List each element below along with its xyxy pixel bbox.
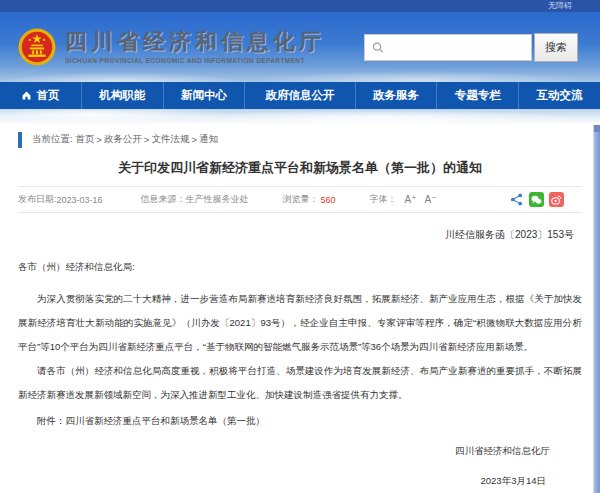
info-source-value: 生产性服务业处 — [186, 193, 249, 206]
search-button[interactable]: 搜索 — [534, 33, 578, 62]
weibo-icon — [551, 194, 562, 205]
nav-item-label: 互动交流 — [537, 88, 583, 103]
site-title-block: 四川省经济和信息化厅 SICHUAN PROVINCIAL ECONOMIC A… — [65, 30, 325, 64]
site-header: 四川省经济和信息化厅 SICHUAN PROVINCIAL ECONOMIC A… — [0, 12, 600, 82]
breadcrumb-item-gov[interactable]: 政务公开 — [104, 133, 142, 146]
info-source: 信息来源： 生产性服务业处 — [141, 193, 249, 206]
nav-item-news[interactable]: 新闻中心 — [163, 82, 245, 109]
breadcrumb-item-home[interactable]: 首页 — [75, 133, 94, 146]
publish-date: 发布日期: 2023-03-16 — [18, 193, 103, 206]
signing-authority: 四川省经济和信息化厅 — [18, 439, 582, 463]
site-title: 四川省经济和信息化厅 — [65, 30, 325, 54]
breadcrumb-separator: > — [144, 134, 150, 145]
signing-date: 2023年3月14日 — [18, 469, 582, 493]
nav-item-label: 专题专栏 — [455, 88, 501, 103]
national-emblem-icon — [18, 28, 56, 66]
font-size-label: 字体： — [370, 193, 397, 206]
nav-item-label: 政府信息公开 — [265, 88, 334, 103]
share-icon — [510, 193, 523, 206]
nav-item-label: 政务服务 — [373, 88, 419, 103]
publish-date-value: 2023-03-16 — [57, 195, 103, 205]
share-button[interactable] — [509, 192, 524, 207]
breadcrumb-separator: > — [191, 134, 197, 145]
font-decrease-button[interactable]: A⁻ — [425, 194, 437, 205]
paragraph-2: 请各市（州）经济和信息化局高度重视，积极将平台打造、场景建设作为培育发展新经济、… — [18, 359, 582, 407]
breadcrumb-separator: > — [96, 134, 102, 145]
nav-item-services[interactable]: 政务服务 — [355, 82, 437, 109]
main-nav: 首页 机构职能 新闻中心 政府信息公开 政务服务 专题专栏 互动交流 — [0, 82, 600, 109]
nav-item-topics[interactable]: 专题专栏 — [436, 82, 518, 109]
accessibility-link[interactable]: 无障碍 — [548, 2, 572, 10]
view-count: 浏览量： 560 — [283, 193, 336, 206]
search-input[interactable] — [384, 41, 531, 53]
nav-item-home[interactable]: 首页 — [0, 82, 81, 109]
attachment-link[interactable]: 附件：四川省新经济重点平台和新场景名单（第一批） — [18, 409, 582, 433]
nav-item-label: 机构职能 — [99, 88, 145, 103]
document-body: 川经信服务函〔2023〕153号 各市（州）经济和信息化局: 为深入贯彻落实党的… — [18, 223, 582, 493]
breadcrumb-item-notice[interactable]: 通知 — [199, 133, 218, 146]
home-icon — [21, 90, 32, 101]
article-title: 关于印发四川省新经济重点平台和新场景名单（第一批）的通知 — [18, 158, 582, 178]
publish-date-label: 发布日期: — [18, 193, 57, 206]
wechat-icon — [531, 195, 542, 205]
search-area: 搜索 — [364, 33, 578, 62]
scrollbar[interactable] — [593, 125, 600, 493]
nav-item-label: 首页 — [36, 88, 59, 103]
page: 无障碍 四川省经济和信息化厅 SICHUAN PROVINCIAL ECONOM… — [0, 0, 600, 493]
document-number: 川经信服务函〔2023〕153号 — [18, 223, 582, 247]
nav-item-label: 新闻中心 — [181, 88, 227, 103]
breadcrumb: 当前位置: 首页 > 政务公开 > 文件法规 > 通知 — [18, 131, 582, 148]
font-size-controls: 字体： A⁺ A⁻ — [370, 193, 437, 206]
font-increase-button[interactable]: A⁺ — [405, 194, 417, 205]
sky-banner — [0, 109, 600, 125]
info-source-label: 信息来源： — [141, 193, 186, 206]
topbar: 无障碍 — [0, 0, 600, 12]
breadcrumb-label: 当前位置: — [32, 133, 73, 146]
weibo-share-button[interactable] — [549, 192, 564, 207]
nav-item-interact[interactable]: 互动交流 — [518, 82, 600, 109]
breadcrumb-item-docs[interactable]: 文件法规 — [151, 133, 189, 146]
nav-item-org[interactable]: 机构职能 — [81, 82, 163, 109]
wechat-share-button[interactable] — [529, 192, 544, 207]
view-count-label: 浏览量： — [283, 193, 319, 206]
view-count-value: 560 — [321, 195, 336, 205]
share-icons — [509, 192, 582, 207]
paragraph-1: 为深入贯彻落实党的二十大精神，进一步营造布局新赛道培育新经济良好氛围，拓展新经济… — [18, 287, 582, 359]
nav-item-gov-info[interactable]: 政府信息公开 — [244, 82, 354, 109]
search-box — [364, 34, 532, 61]
search-icon — [372, 41, 384, 54]
site-subtitle: SICHUAN PROVINCIAL ECONOMIC AND INFORMAT… — [65, 57, 325, 64]
salutation: 各市（州）经济和信息化局: — [18, 255, 582, 279]
article-meta: 发布日期: 2023-03-16 信息来源： 生产性服务业处 浏览量： 560 … — [18, 186, 582, 213]
breadcrumb-bar — [18, 132, 22, 148]
content: 当前位置: 首页 > 政务公开 > 文件法规 > 通知 关于印发四川省新经济重点… — [0, 131, 600, 493]
